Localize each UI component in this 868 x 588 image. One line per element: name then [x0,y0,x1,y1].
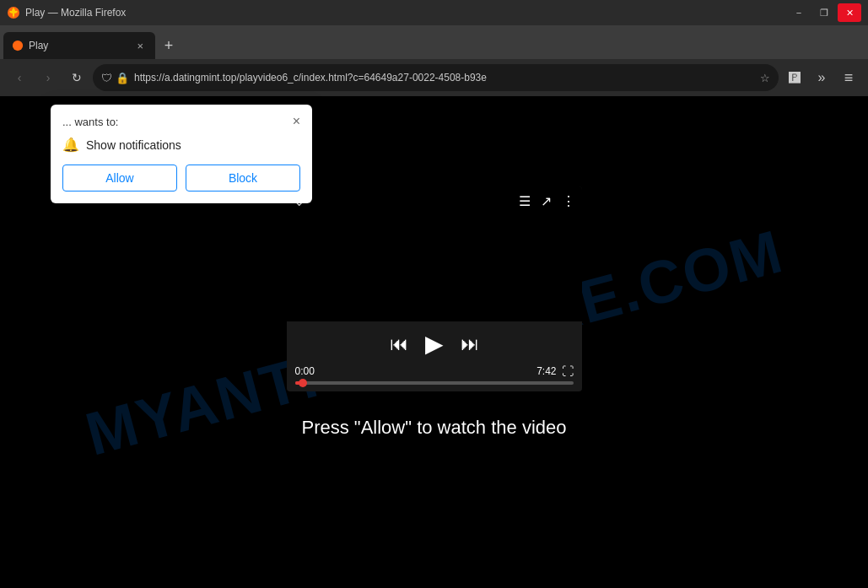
progress-dot [299,379,307,387]
tab-title: Play [29,40,128,51]
notification-popup: ... wants to: × 🔔 Show notifications All… [51,105,312,203]
video-player: ⌄ ☰ ↗ ⋮ ⏮ ▶ ⏭ 0:00 7:42 ⛶ [287,186,582,391]
fullscreen-button[interactable]: ⛶ [562,364,574,378]
nav-right-icons: 🅿 » ≡ [782,65,861,90]
menu-button[interactable]: ≡ [836,65,861,90]
titlebar-left: Play — Mozilla Firefox [7,6,126,19]
block-button[interactable]: Block [186,165,300,192]
titlebar: Play — Mozilla Firefox − ❐ ✕ [0,0,868,25]
player-bottom: 0:00 7:42 ⛶ [287,364,582,391]
shield-icon: 🛡 [101,72,112,84]
tabbar: Play × + [0,25,868,59]
tab-close-button[interactable]: × [133,38,147,54]
restore-button[interactable]: ❐ [812,3,836,22]
player-top-controls: ☰ ↗ ⋮ [519,193,575,209]
close-button[interactable]: ✕ [838,3,861,22]
popup-buttons: Allow Block [62,165,300,192]
popup-notification-text: Show notifications [86,138,181,152]
pocket-button[interactable]: 🅿 [782,65,807,90]
time-current: 0:00 [295,365,315,377]
prev-button[interactable]: ⏮ [390,333,408,355]
time-total: 7:42 [536,365,556,377]
bell-icon: 🔔 [62,137,79,153]
play-button[interactable]: ▶ [425,330,444,358]
tab-favicon-icon [12,40,24,51]
page-content: MYANTISPYWARE.COM ⌄ ☰ ↗ ⋮ ⏮ ▶ ⏭ 0: [0,96,868,588]
more-tools-button[interactable]: » [809,65,834,90]
active-tab[interactable]: Play × [3,32,155,59]
navbar: ‹ › ↻ 🛡 🔒 https://a.datingmint.top/playv… [0,59,868,96]
popup-header: ... wants to: × [62,115,300,128]
next-button[interactable]: ⏭ [461,333,479,355]
more-options-icon[interactable]: ⋮ [562,193,575,209]
progress-bar[interactable] [295,381,574,385]
url-security-icons: 🛡 🔒 [101,72,129,84]
back-button[interactable]: ‹ [7,65,32,90]
bookmark-icon[interactable]: ☆ [760,72,770,84]
url-bar[interactable]: 🛡 🔒 https://a.datingmint.top/playvideo6_… [93,64,779,91]
queue-icon[interactable]: ☰ [519,193,531,209]
share-icon[interactable]: ↗ [541,193,552,209]
new-tab-button[interactable]: + [157,34,181,57]
firefox-logo-icon [7,6,20,19]
lock-icon: 🔒 [116,72,129,84]
popup-notification-row: 🔔 Show notifications [62,137,300,153]
allow-button[interactable]: Allow [62,165,177,192]
forward-button[interactable]: › [35,65,61,90]
minimize-button[interactable]: − [787,3,811,22]
url-text: https://a.datingmint.top/playvideo6_c/in… [134,72,755,84]
titlebar-title: Play — Mozilla Firefox [25,7,126,19]
refresh-button[interactable]: ↻ [64,65,89,90]
popup-header-text: ... wants to: [62,116,118,128]
time-row: 0:00 7:42 ⛶ [295,364,574,378]
titlebar-controls: − ❐ ✕ [787,3,861,22]
video-screen: ⌄ ☰ ↗ ⋮ [287,186,582,321]
svg-point-1 [13,40,23,51]
popup-close-button[interactable]: × [293,115,300,128]
prompt-text: Press "Allow" to watch the video [302,417,567,439]
player-controls: ⏮ ▶ ⏭ [287,321,582,364]
